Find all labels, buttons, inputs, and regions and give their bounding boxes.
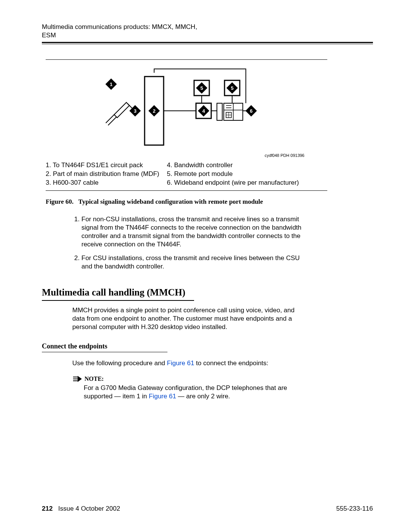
- svg-line-15: [108, 117, 116, 125]
- figure-id-code: cydf048 PDH 091396: [46, 153, 304, 158]
- svg-line-14: [106, 115, 114, 123]
- svg-text:4: 4: [202, 108, 205, 114]
- section-heading-mmch: Multimedia call handling (MMCH): [42, 286, 373, 299]
- page-number: 212: [42, 505, 53, 512]
- issue-date: Issue 4 October 2002: [58, 505, 120, 512]
- legend-item: 6. Wideband endpoint (wire per manufactu…: [167, 179, 299, 187]
- callout-6: 6: [245, 105, 257, 117]
- figure-notes-list: For non-CSU installations, cross the tra…: [72, 215, 306, 271]
- endpoint-device-icon: [217, 103, 243, 120]
- subsection-rule: [42, 352, 167, 352]
- callout-1: 1: [105, 78, 117, 90]
- legend-item: 2. Part of main distribution frame (MDF): [46, 170, 159, 178]
- legend-right-col: 4. Bandwidth controller 5. Remote port m…: [167, 161, 299, 187]
- footer-left: 212 Issue 4 October 2002: [42, 505, 120, 513]
- figure-top-rule: [46, 59, 327, 60]
- figure-61-link[interactable]: Figure 61: [149, 393, 176, 400]
- note-post: — are only 2 wire.: [176, 393, 230, 400]
- list-item: For CSU installations, cross the transmi…: [81, 254, 306, 271]
- figure-bottom-rule: [46, 190, 327, 191]
- section-body: MMCH provides a single point to point co…: [72, 306, 297, 331]
- figure-61-link[interactable]: Figure 61: [167, 359, 194, 367]
- intro-pre: Use the following procedure and: [72, 359, 167, 367]
- figure-caption-text: Typical signaling wideband configuration…: [78, 198, 263, 205]
- legend-item: 3. H600-307 cable: [46, 179, 159, 187]
- note-block: NOTE: For a G700 Media Gateway configura…: [72, 375, 297, 401]
- legend-left-col: 1. To TN464F DS1/E1 circuit pack 2. Part…: [46, 161, 159, 187]
- running-header: Multimedia communications products: MMCX…: [42, 23, 202, 40]
- page: Multimedia communications products: MMCX…: [0, 0, 411, 532]
- figure-block: 1 3 2 5 5 4 6 cydf048 PDH 091396 1. To T…: [46, 59, 327, 206]
- section-rule: [42, 300, 194, 301]
- svg-text:3: 3: [134, 108, 136, 114]
- svg-rect-4: [217, 103, 222, 120]
- svg-marker-39: [78, 376, 82, 382]
- page-footer: 212 Issue 4 October 2002 555-233-116: [42, 505, 373, 513]
- subsection-heading-connect: Connect the endpoints: [42, 342, 373, 351]
- figure-diagram: 1 3 2 5 5 4 6: [46, 65, 327, 151]
- header-rule-thin: [42, 44, 373, 44]
- svg-text:1: 1: [110, 81, 112, 87]
- note-label: NOTE:: [84, 375, 104, 383]
- svg-marker-13: [114, 102, 129, 118]
- subsection-intro: Use the following procedure and Figure 6…: [72, 359, 297, 367]
- figure-caption-label: Figure 60.: [46, 198, 73, 205]
- note-arrow-icon: [72, 375, 82, 382]
- figure-caption: Figure 60. Typical signaling wideband co…: [46, 198, 327, 206]
- figure-legend: 1. To TN464F DS1/E1 circuit pack 2. Part…: [46, 161, 327, 187]
- legend-item: 5. Remote port module: [167, 170, 299, 178]
- svg-text:5: 5: [200, 85, 203, 91]
- svg-text:6: 6: [250, 108, 252, 114]
- doc-number: 555-233-116: [336, 505, 373, 513]
- cable-icon: [106, 102, 133, 125]
- header-rule-thick: [42, 42, 373, 43]
- legend-item: 4. Bandwidth controller: [167, 161, 299, 169]
- svg-text:5: 5: [231, 85, 233, 91]
- note-body: For a G700 Media Gateway configuration, …: [84, 384, 289, 401]
- note-head: NOTE:: [72, 375, 297, 383]
- wideband-config-diagram: 1 3 2 5 5 4 6: [95, 65, 278, 149]
- svg-text:2: 2: [153, 108, 155, 114]
- intro-post: to connect the endpoints:: [194, 359, 268, 367]
- legend-item: 1. To TN464F DS1/E1 circuit pack: [46, 161, 159, 169]
- list-item: For non-CSU installations, cross the tra…: [81, 215, 306, 249]
